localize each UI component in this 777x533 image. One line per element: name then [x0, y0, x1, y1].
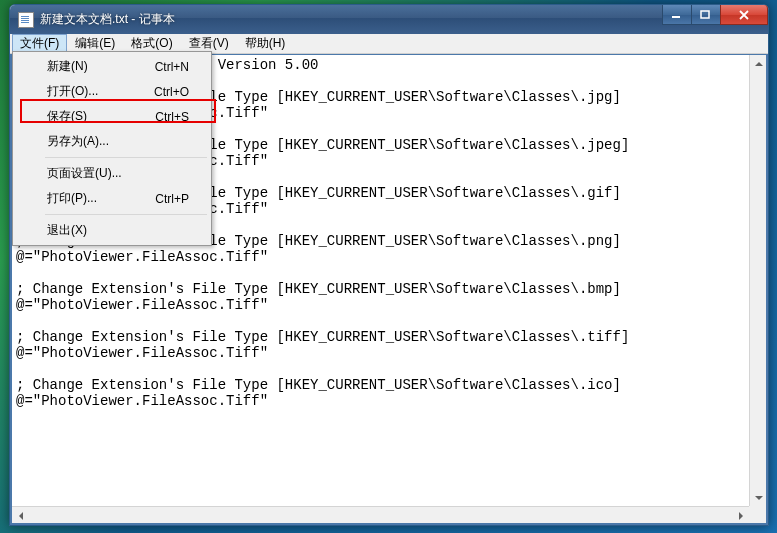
menu-item-label: 打开(O)...: [47, 83, 98, 100]
window-controls: [663, 5, 768, 25]
menu-separator: [45, 214, 207, 215]
minimize-button[interactable]: [662, 5, 692, 25]
scroll-right-button[interactable]: [732, 507, 749, 524]
menu-item-label: 新建(N): [47, 58, 88, 75]
minimize-icon: [671, 10, 683, 20]
close-icon: [738, 10, 750, 20]
svg-rect-0: [672, 16, 680, 18]
chevron-left-icon: [19, 512, 23, 520]
menu-item-open[interactable]: 打开(O)... Ctrl+O: [15, 79, 209, 104]
menu-item-label: 页面设置(U)...: [47, 165, 122, 182]
menu-item-save-as[interactable]: 另存为(A)...: [15, 129, 209, 154]
maximize-button[interactable]: [691, 5, 721, 25]
horizontal-scrollbar[interactable]: [12, 506, 749, 523]
scroll-down-button[interactable]: [750, 489, 767, 506]
window-title: 新建文本文档.txt - 记事本: [40, 11, 175, 28]
vertical-scrollbar[interactable]: [749, 55, 766, 506]
menu-item-label: 另存为(A)...: [47, 133, 109, 150]
titlebar[interactable]: 新建文本文档.txt - 记事本: [10, 5, 768, 34]
menu-separator: [45, 157, 207, 158]
svg-rect-1: [701, 11, 709, 18]
notepad-icon: [18, 12, 34, 28]
scroll-up-button[interactable]: [750, 55, 767, 72]
menu-item-print[interactable]: 打印(P)... Ctrl+P: [15, 186, 209, 211]
menu-item-new[interactable]: 新建(N) Ctrl+N: [15, 54, 209, 79]
menu-item-label: 保存(S): [47, 108, 87, 125]
menu-item-shortcut: Ctrl+P: [155, 192, 189, 206]
chevron-up-icon: [755, 62, 763, 66]
menu-item-save[interactable]: 保存(S) Ctrl+S: [15, 104, 209, 129]
scroll-left-button[interactable]: [12, 507, 29, 524]
chevron-right-icon: [739, 512, 743, 520]
file-menu-dropdown: 新建(N) Ctrl+N 打开(O)... Ctrl+O 保存(S) Ctrl+…: [12, 51, 212, 246]
menu-item-shortcut: Ctrl+N: [155, 60, 189, 74]
menu-item-label: 打印(P)...: [47, 190, 97, 207]
close-button[interactable]: [720, 5, 768, 25]
scrollbar-corner: [749, 506, 766, 523]
menu-item-page-setup[interactable]: 页面设置(U)...: [15, 161, 209, 186]
menu-help[interactable]: 帮助(H): [237, 34, 294, 53]
menu-item-shortcut: Ctrl+O: [154, 85, 189, 99]
maximize-icon: [700, 10, 712, 20]
chevron-down-icon: [755, 496, 763, 500]
menu-item-shortcut: Ctrl+S: [155, 110, 189, 124]
menu-item-exit[interactable]: 退出(X): [15, 218, 209, 243]
menu-item-label: 退出(X): [47, 222, 87, 239]
